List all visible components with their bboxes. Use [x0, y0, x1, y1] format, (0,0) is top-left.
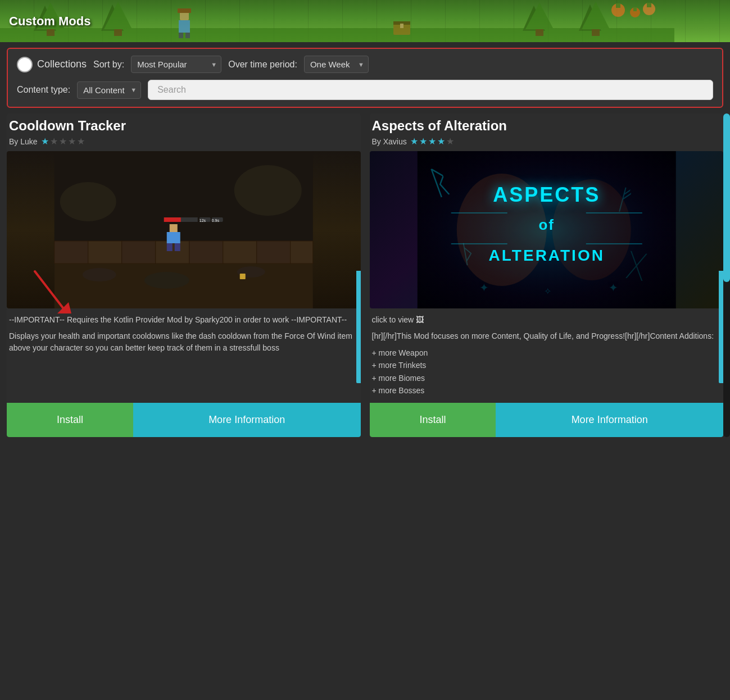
content-area: Cooldown Tracker By Luke ★ ★ ★ ★ ★ — [0, 113, 730, 437]
mod-desc-intro: [hr][/hr]This Mod focuses on more Conten… — [372, 330, 722, 342]
mods-grid: Cooldown Tracker By Luke ★ ★ ★ ★ ★ — [7, 113, 723, 437]
star-3: ★ — [59, 136, 67, 147]
mod-desc-list: + more Weapon + more Trinkets + more Bio… — [372, 347, 722, 397]
aspects-scene-svg: ᚱ ᚠ ᚦ ᚷ ASPECTS of ALTERATION — [370, 151, 724, 308]
svg-text:ASPECTS: ASPECTS — [493, 183, 600, 206]
mod-title-aspects: Aspects of Alteration — [372, 113, 722, 135]
mod-stars-aspects: ★ ★ ★ ★ ★ — [410, 136, 454, 147]
svg-point-38 — [83, 268, 116, 281]
header-banner: Custom Mods — [0, 0, 730, 42]
svg-rect-30 — [55, 241, 88, 263]
svg-point-41 — [60, 182, 116, 221]
svg-rect-20 — [400, 24, 403, 28]
scrollbar-track — [723, 113, 730, 437]
star-5: ★ — [77, 136, 85, 147]
svg-rect-24 — [633, 7, 637, 11]
mod-desc-click: click to view 🖼 — [372, 314, 722, 326]
svg-text:0.9s: 0.9s — [212, 219, 220, 222]
mod-author-cooldown: By Luke ★ ★ ★ ★ ★ — [9, 135, 359, 151]
header-decoration — [0, 0, 674, 42]
card-buttons-aspects: Install More Information — [370, 403, 724, 437]
list-item-2: + more Trinkets — [372, 359, 722, 371]
svg-rect-44 — [167, 232, 180, 243]
filter-row-1: Collections Sort by: Most Popular Newest… — [17, 56, 713, 73]
svg-rect-12 — [592, 29, 600, 36]
mod-stars-cooldown: ★ ★ ★ ★ ★ — [41, 136, 85, 147]
mod-desc-important: --IMPORTANT-- Requires the Kotlin Provid… — [9, 314, 359, 326]
sort-by-select[interactable]: Most Popular Newest Most Downloaded Top … — [131, 56, 221, 73]
mod-author-aspects: By Xavius ★ ★ ★ ★ ★ — [372, 135, 722, 151]
svg-rect-36 — [257, 241, 291, 263]
list-item-1: + more Weapon — [372, 347, 722, 359]
svg-rect-45 — [167, 243, 173, 251]
svg-rect-48 — [164, 217, 181, 222]
toggle-circle[interactable] — [17, 57, 33, 72]
time-period-select-wrapper[interactable]: One Week One Month All Time — [304, 56, 369, 73]
time-period-select[interactable]: One Week One Month All Time — [304, 56, 369, 73]
sort-by-select-wrapper[interactable]: Most Popular Newest Most Downloaded Top … — [131, 56, 221, 73]
star-a2: ★ — [419, 136, 427, 147]
collections-label: Collections — [37, 58, 87, 70]
sort-by-label: Sort by: — [93, 60, 124, 70]
search-input[interactable] — [148, 80, 713, 100]
star-a4: ★ — [437, 136, 445, 147]
star-a3: ★ — [428, 136, 436, 147]
content-type-label: Content type: — [17, 85, 70, 95]
svg-rect-9 — [536, 29, 543, 36]
svg-text:✦: ✦ — [608, 281, 618, 294]
time-period-label: Over time period: — [228, 60, 297, 70]
svg-rect-3 — [47, 29, 55, 36]
mod-title-cooldown: Cooldown Tracker — [9, 113, 359, 135]
svg-rect-6 — [114, 29, 122, 36]
svg-point-39 — [144, 272, 189, 289]
svg-rect-43 — [170, 224, 178, 232]
install-button-cooldown[interactable]: Install — [7, 403, 133, 437]
mod-description-cooldown: --IMPORTANT-- Requires the Kotlin Provid… — [7, 308, 361, 403]
svg-rect-34 — [189, 241, 223, 263]
svg-text:of: of — [538, 216, 555, 233]
content-type-select[interactable]: All Content Mods Collections — [77, 81, 141, 99]
filter-bar: Collections Sort by: Most Popular Newest… — [7, 48, 723, 108]
svg-text:ALTERATION: ALTERATION — [488, 247, 604, 264]
star-1: ★ — [41, 136, 49, 147]
install-button-aspects[interactable]: Install — [370, 403, 496, 437]
mod-author-text-aspects: By Xavius — [372, 137, 407, 146]
svg-rect-32 — [122, 241, 156, 263]
card-accent-aspects — [719, 271, 723, 383]
svg-text:12s: 12s — [199, 219, 206, 222]
card-accent-cooldown — [356, 271, 361, 383]
svg-rect-37 — [291, 241, 313, 263]
more-info-button-aspects[interactable]: More Information — [496, 403, 723, 437]
star-a5: ★ — [446, 136, 454, 147]
mod-card-cooldown: Cooldown Tracker By Luke ★ ★ ★ ★ ★ — [7, 113, 361, 437]
svg-point-42 — [234, 165, 302, 216]
svg-rect-14 — [178, 8, 191, 13]
mod-image-aspects: ᚱ ᚠ ᚦ ᚷ ASPECTS of ALTERATION — [370, 151, 724, 308]
svg-rect-26 — [647, 3, 651, 7]
svg-rect-31 — [88, 241, 122, 263]
svg-rect-0 — [0, 28, 674, 42]
svg-rect-15 — [179, 20, 190, 33]
svg-rect-17 — [185, 33, 190, 38]
star-2: ★ — [50, 136, 58, 147]
content-type-select-wrapper[interactable]: All Content Mods Collections — [77, 81, 141, 99]
star-4: ★ — [68, 136, 76, 147]
star-a1: ★ — [410, 136, 418, 147]
svg-rect-35 — [223, 241, 257, 263]
mod-desc-body: Displays your health and important coold… — [9, 330, 359, 354]
scrollbar-thumb[interactable] — [723, 113, 730, 282]
mod-description-aspects: click to view 🖼 [hr][/hr]This Mod focuse… — [370, 308, 724, 403]
app-title: Custom Mods — [9, 14, 90, 29]
svg-text:✦: ✦ — [479, 281, 488, 294]
svg-text:✧: ✧ — [543, 287, 551, 296]
list-item-3: + more Biomes — [372, 372, 722, 384]
card-buttons-cooldown: Install More Information — [7, 403, 361, 437]
cooldown-scene-svg: 12s 0.9s — [7, 151, 361, 308]
mod-image-cooldown: 12s 0.9s — [7, 151, 361, 308]
svg-rect-53 — [240, 274, 246, 279]
more-info-button-cooldown[interactable]: More Information — [133, 403, 361, 437]
svg-rect-22 — [616, 3, 620, 8]
collections-toggle[interactable]: Collections — [17, 57, 87, 72]
svg-rect-16 — [179, 33, 183, 38]
mod-author-text-cooldown: By Luke — [9, 137, 38, 146]
